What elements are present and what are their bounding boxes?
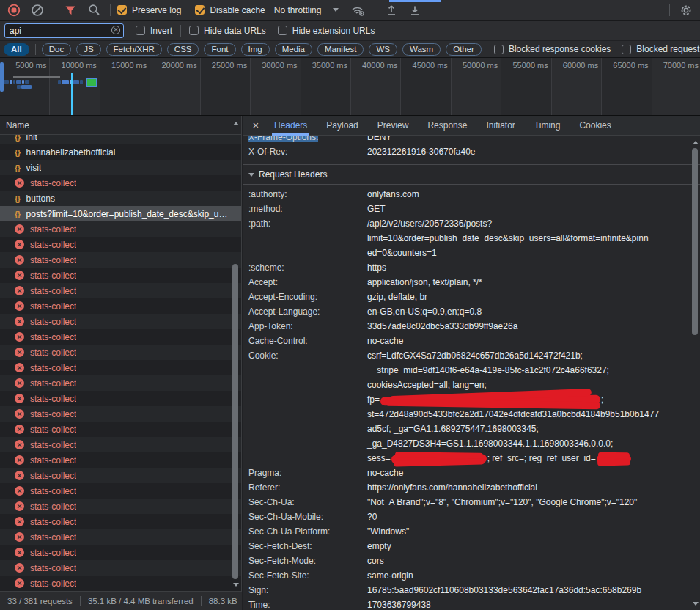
request-row[interactable]: ✕stats-collect xyxy=(0,437,241,452)
request-row[interactable]: ✕stats-collect xyxy=(0,345,241,360)
request-row[interactable]: ✕stats-collect xyxy=(0,576,241,591)
request-row[interactable]: ✕stats-collect xyxy=(0,329,241,345)
header-row[interactable]: X-Of-Rev:202312261916-30670fa40e xyxy=(248,144,700,159)
record-button[interactable] xyxy=(4,1,23,19)
settings-button[interactable] xyxy=(677,1,696,19)
request-row[interactable]: ✕stats-collect xyxy=(0,422,241,437)
hide-data-urls-checkbox[interactable]: Hide data URLs xyxy=(189,26,266,36)
filter-pill-wasm[interactable]: Wasm xyxy=(402,43,441,56)
header-row[interactable]: X-Frame-Options:DENY xyxy=(248,136,700,144)
request-row[interactable]: ✕stats-collect xyxy=(0,391,241,406)
timeline-range-handle[interactable] xyxy=(0,62,4,92)
disable-cache-checkbox[interactable]: Disable cache xyxy=(195,5,265,15)
clear-filter-icon[interactable]: ✕ xyxy=(111,26,120,34)
header-row[interactable]: Accept:application/json, text/plain, */* xyxy=(248,275,700,290)
request-row[interactable]: ✕stats-collect xyxy=(0,314,241,329)
scroll-up-icon[interactable] xyxy=(693,141,699,144)
disable-cache-checkbox-box[interactable] xyxy=(195,5,205,15)
filter-pill-media[interactable]: Media xyxy=(275,43,312,56)
filter-pill-fetch-xhr[interactable]: Fetch/XHR xyxy=(106,43,162,56)
filter-text-field[interactable] xyxy=(10,26,97,36)
header-row[interactable]: Referer:https://onlyfans.com/hannaheliza… xyxy=(248,480,700,495)
details-scrollbar[interactable] xyxy=(690,138,700,609)
request-row[interactable]: ✕stats-collect xyxy=(0,283,241,298)
throttling-dropdown[interactable]: No throttling xyxy=(274,5,339,15)
filter-pill-other[interactable]: Other xyxy=(446,43,482,56)
request-row[interactable]: ✕stats-collect xyxy=(0,268,241,283)
request-row[interactable]: {}hannahelizabethofficial xyxy=(0,144,241,160)
headers-detail-view[interactable]: X-Frame-Options:DENYX-Of-Rev:20231226191… xyxy=(243,136,700,610)
invert-checkbox-box[interactable] xyxy=(136,26,145,35)
close-details-button[interactable]: × xyxy=(247,117,265,134)
header-row[interactable]: Accept-Language:en-GB,en-US;q=0.9,en;q=0… xyxy=(248,304,700,319)
import-har-button[interactable] xyxy=(382,1,401,19)
hide-extension-urls-checkbox-box[interactable] xyxy=(278,26,287,35)
blocked-requests-checkbox-box[interactable] xyxy=(622,45,631,54)
filter-pill-js[interactable]: JS xyxy=(76,43,100,56)
header-row[interactable]: Time:1703636799438 xyxy=(248,598,700,610)
clear-button[interactable] xyxy=(28,1,47,19)
header-row[interactable]: Sec-Fetch-Site:same-origin xyxy=(248,568,700,583)
filter-button[interactable] xyxy=(61,1,80,19)
request-row[interactable]: ✕stats-collect xyxy=(0,298,241,314)
scroll-down-icon[interactable] xyxy=(693,602,699,606)
scrollbar-thumb[interactable] xyxy=(692,148,698,335)
request-row[interactable]: {}visit xyxy=(0,160,241,175)
request-row[interactable]: ✕stats-collect xyxy=(0,175,241,191)
request-row[interactable]: ✕stats-collect xyxy=(0,529,241,545)
scroll-down-icon[interactable] xyxy=(233,583,239,587)
export-har-button[interactable] xyxy=(405,1,424,19)
request-row[interactable]: ✕stats-collect xyxy=(0,375,241,391)
request-row[interactable]: ✕stats-collect xyxy=(0,560,241,576)
header-row[interactable]: Sec-Ch-Ua-Platform:"Windows" xyxy=(248,524,700,539)
request-row[interactable]: {}init xyxy=(0,135,241,144)
scroll-up-icon[interactable] xyxy=(233,122,239,125)
header-row[interactable]: :path:/api2/v2/users/20572336/posts?limi… xyxy=(248,216,700,260)
search-button[interactable] xyxy=(84,1,103,19)
header-row[interactable]: Sec-Ch-Ua:"Not_A Brand";v="8", "Chromium… xyxy=(248,495,700,510)
filter-pill-font[interactable]: Font xyxy=(204,43,235,56)
filter-pill-img[interactable]: Img xyxy=(241,43,270,56)
request-row[interactable]: ✕stats-collect xyxy=(0,406,241,422)
filter-input[interactable]: ✕ xyxy=(4,23,124,38)
request-row[interactable]: {}buttons xyxy=(0,191,241,206)
blocked-response-cookies-checkbox[interactable]: Blocked response cookies xyxy=(494,44,611,54)
preserve-log-checkbox-box[interactable] xyxy=(117,5,127,15)
request-row[interactable]: ✕stats-collect xyxy=(0,499,241,514)
filter-pill-all[interactable]: All xyxy=(4,43,29,56)
filter-pill-manifest[interactable]: Manifest xyxy=(317,43,364,56)
request-row[interactable]: ✕stats-collect xyxy=(0,483,241,499)
header-row[interactable]: Sec-Fetch-Mode:cors xyxy=(248,554,700,568)
request-row[interactable]: ✕stats-collect xyxy=(0,468,241,483)
name-column-header[interactable]: Name xyxy=(0,116,241,135)
request-row[interactable]: {}posts?limit=10&order=publish_date_desc… xyxy=(0,206,241,221)
header-row[interactable]: Sign:16785:5aad9602cf110608b03133de56364… xyxy=(248,583,700,598)
header-row[interactable]: :scheme:https xyxy=(248,260,700,275)
hide-extension-urls-checkbox[interactable]: Hide extension URLs xyxy=(278,26,375,36)
request-row[interactable]: ✕stats-collect xyxy=(0,514,241,529)
requests-scrollbar[interactable] xyxy=(231,119,240,589)
tab-initiator[interactable]: Initiator xyxy=(476,116,524,136)
tab-timing[interactable]: Timing xyxy=(525,116,570,136)
request-row[interactable]: ✕stats-collect xyxy=(0,545,241,560)
tab-response[interactable]: Response xyxy=(418,116,476,136)
blocked-response-cookies-checkbox-box[interactable] xyxy=(494,45,504,54)
preserve-log-checkbox[interactable]: Preserve log xyxy=(117,5,181,15)
request-row[interactable]: ✕stats-collect xyxy=(0,452,241,468)
header-row[interactable]: Cache-Control:no-cache xyxy=(248,334,700,348)
request-headers-section-header[interactable]: Request Headers xyxy=(243,164,700,185)
hide-data-urls-checkbox-box[interactable] xyxy=(189,26,199,35)
tab-preview[interactable]: Preview xyxy=(368,116,419,136)
request-row[interactable]: ✕stats-collect xyxy=(0,237,241,252)
filter-pill-doc[interactable]: Doc xyxy=(42,43,71,56)
scrollbar-thumb[interactable] xyxy=(232,264,238,579)
header-row[interactable]: Accept-Encoding:gzip, deflate, br xyxy=(248,290,700,304)
requests-list[interactable]: {}init{}hannahelizabethofficial{}visit✕s… xyxy=(0,135,241,591)
header-row[interactable]: Cookie:csrf=LdfcGX4Sa72db06824c657db26a5… xyxy=(248,348,700,466)
header-row[interactable]: :method:GET xyxy=(248,202,700,216)
overview-timeline[interactable]: 5000 ms10000 ms15000 ms20000 ms25000 ms3… xyxy=(0,58,700,116)
request-row[interactable]: ✕stats-collect xyxy=(0,360,241,375)
blocked-requests-checkbox[interactable]: Blocked requests xyxy=(622,44,700,54)
header-row[interactable]: :authority:onlyfans.com xyxy=(248,187,700,202)
invert-checkbox[interactable]: Invert xyxy=(136,26,172,36)
